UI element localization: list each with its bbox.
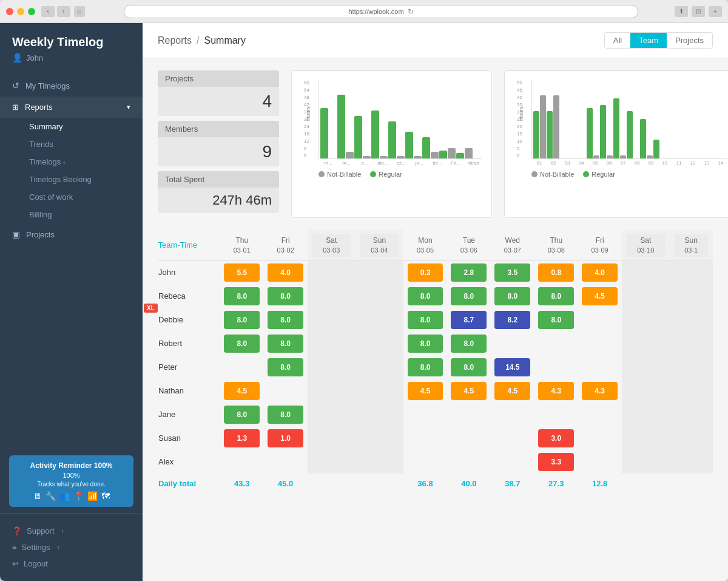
close-button[interactable] [6,8,13,15]
col-thu-01: Thu03-01 [220,230,264,260]
title-bar: ‹ › ⊡ https://wplook.com ↻ ⬆ ⊡ + [0,0,728,23]
reader-button[interactable]: ⊡ [74,6,85,17]
view-toggle: All Team Projects [604,32,713,49]
forward-button[interactable]: › [57,6,70,17]
daily-total-mon05: 36.8 [403,474,447,491]
time-cell [264,450,308,474]
chart1-legend-regular: Regular [379,171,402,178]
breadcrumb-summary: Summary [204,35,245,46]
time-cell: 4.5 [220,379,264,403]
chart2-legend: Not-Billable Regular [531,171,727,178]
maximize-button[interactable] [28,8,35,15]
time-cell [308,260,356,284]
col-sun-04: Sun03-04 [356,230,403,260]
sidebar-item-cost-of-work[interactable]: Cost of work [0,188,143,206]
time-cell: 8.0 [447,331,491,355]
activity-percent: 100% [16,472,126,479]
sidebar-item-summary[interactable]: Summary [0,118,143,135]
time-cell [403,450,447,474]
time-cell: 8.0 [534,284,578,308]
time-cell: 4.5 [578,284,622,308]
daily-total-sat03 [308,474,356,491]
chart2-bars [532,80,694,158]
share-button[interactable]: ⬆ [675,6,688,17]
time-cell [491,403,534,426]
activity-banner: Activity Reminder 100% 100% Tracks what … [9,455,133,507]
member-name: Rebeca [158,284,220,308]
time-cell [356,403,403,426]
sidebar-item-timelogs-booking[interactable]: Timelogs Booking [0,171,143,188]
time-cell [308,450,356,474]
traffic-lights [6,8,35,15]
members-value: 9 [158,137,279,166]
time-cell [670,403,713,426]
sidebar-item-reports[interactable]: ⊞ Reports ▾ [0,97,143,118]
sidebar-item-timelogs[interactable]: Timelogs ‹ [0,153,143,171]
col-thu-08: Thu03-08 [534,230,578,260]
daily-total-tue06: 40.0 [447,474,491,491]
time-cell: 8.0 [220,331,264,355]
time-cell: 3.5 [491,260,534,284]
projects-icon: ▣ [12,229,20,239]
refresh-icon[interactable]: ↻ [408,7,414,16]
sidebar-item-projects[interactable]: ▣ Projects [0,223,143,245]
time-cell: 1.3 [220,426,264,450]
time-cell [578,426,622,450]
time-cell: 4.3 [534,379,578,403]
tools-icon: 🔧 [46,491,56,501]
time-cell [622,331,670,355]
member-name: Nathan [158,379,220,403]
time-cell [308,308,356,331]
time-cell [670,450,713,474]
time-cell: 8.7 [447,308,491,331]
members-card: Members 9 [158,121,279,166]
time-cell [534,331,578,355]
time-cell [578,308,622,331]
time-cell [622,403,670,426]
xl-badge: XL [144,304,158,313]
col-sat-03: Sat03-03 [308,230,356,260]
history-icon: ↺ [12,81,19,90]
table-row: Robert8.08.08.08.0 [158,331,713,355]
time-cell: 0.3 [403,260,447,284]
time-cell [670,426,713,450]
member-name: Peter [158,355,220,379]
time-cell: 14.5 [491,355,534,379]
time-cell [356,284,403,308]
daily-total-fri02: 45.0 [264,474,308,491]
back-button[interactable]: ‹ [41,6,55,17]
table-row: Rebeca8.08.08.08.08.08.04.5 [158,284,713,308]
reports-chevron: ▾ [127,103,130,111]
sidebar: Weekly Timelog 👤 John ↺ My Timelogs ⊞ Re… [0,23,143,581]
app-body: Weekly Timelog 👤 John ↺ My Timelogs ⊞ Re… [0,23,728,581]
footer-logout[interactable]: ↩ Logout [12,556,130,572]
time-cell [403,426,447,450]
breadcrumb-separator: / [197,35,199,46]
footer-settings[interactable]: ≡ Settings ‹ [12,539,130,556]
time-cell [670,331,713,355]
tab-button[interactable]: ⊡ [692,6,705,17]
minimize-button[interactable] [17,8,24,15]
time-cell: 8.0 [264,284,308,308]
time-grid: Team-Time Thu03-01 Fri03-02 Sat03-03 Sun… [158,230,713,491]
table-row: Debbie8.08.08.08.78.28.0 [158,308,713,331]
add-tab-button[interactable]: + [709,6,722,17]
sidebar-item-trends[interactable]: Trends [0,135,143,153]
support-chevron: ‹ [62,528,64,534]
time-cell [356,450,403,474]
view-projects-button[interactable]: Projects [667,33,712,48]
view-team-button[interactable]: Team [630,33,667,48]
time-cell [578,403,622,426]
time-cell: 8.0 [220,403,264,426]
sidebar-item-billing[interactable]: Billling [0,206,143,223]
sidebar-item-my-timelogs[interactable]: ↺ My Timelogs [0,75,143,97]
user-info: 👤 John [12,53,130,63]
footer-support[interactable]: ❓ Support ‹ [12,523,130,539]
stats-section: Projects 4 Members 9 Total Spent 247h 46… [143,58,728,230]
member-name: Susan [158,426,220,450]
breadcrumb-reports[interactable]: Reports [158,35,192,46]
daily-total-wed07: 38.7 [491,474,534,491]
view-all-button[interactable]: All [605,33,630,48]
address-bar[interactable]: https://wplook.com ↻ [124,5,638,18]
total-spent-label: Total Spent [158,171,279,188]
